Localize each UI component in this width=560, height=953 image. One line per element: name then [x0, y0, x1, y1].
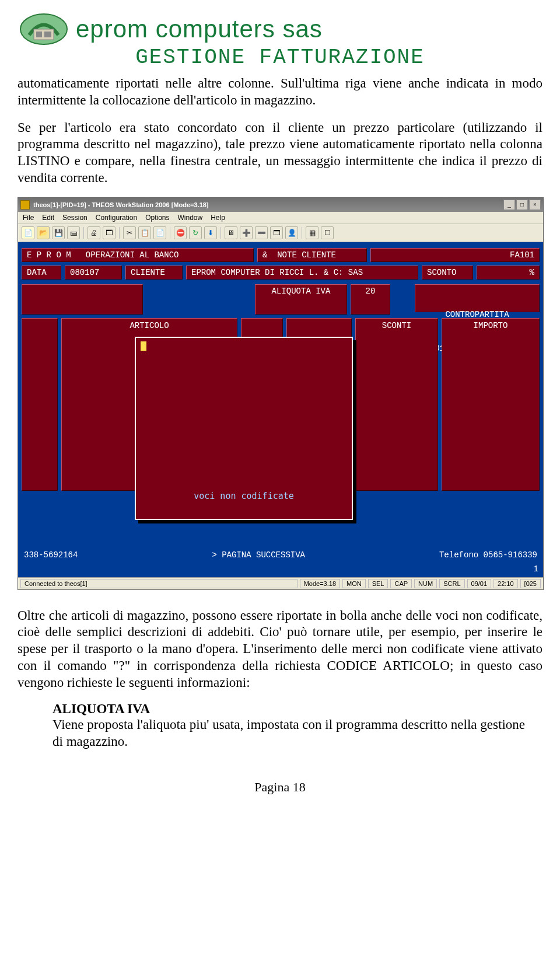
menu-file[interactable]: File	[23, 214, 34, 222]
terminal-footer: 338-5692164 > PAGINA SUCCESSIVA Telefono…	[24, 550, 537, 560]
minus-icon[interactable]: ➖	[255, 226, 268, 239]
plus-icon[interactable]: ➕	[240, 226, 253, 239]
grid-col-importo: IMPORTO	[442, 318, 540, 491]
status-cap: CAP	[390, 579, 412, 588]
disk-icon[interactable]: 🖴	[67, 226, 80, 239]
col-sconti-label: SCONTI	[382, 321, 411, 330]
sconto-label: SCONTO	[422, 266, 473, 280]
open-icon[interactable]: 📂	[37, 226, 50, 239]
menu-window[interactable]: Window	[177, 214, 202, 222]
menu-edit[interactable]: Edit	[42, 214, 54, 222]
footer-right: Telefono 0565-916339	[439, 550, 537, 560]
copy-icon[interactable]: 📋	[138, 226, 151, 239]
statusbar: Connected to theos[1] Mode=3.18 MON SEL …	[18, 577, 543, 589]
status-extra: [025	[520, 579, 541, 588]
data-value: 080107	[65, 266, 122, 280]
menu-session[interactable]: Session	[62, 214, 88, 222]
close-button[interactable]: ×	[529, 200, 541, 210]
window-title: theos[1]-[PID=19] - THEOS WorkStation 20…	[33, 201, 503, 208]
menubar: File Edit Session Configuration Options …	[18, 212, 543, 224]
toolbar: 📄 📂 💾 🖴 🖨 🗔 ✂ 📋 📄 ⛔ ↻ ⬇ 🖥 ➕ ➖ 🗖 👤 ▦ ☐	[18, 224, 543, 242]
popup-voci[interactable]: voci non codificate	[135, 337, 353, 520]
section-aliquota-title: ALIQUOTA IVA	[52, 701, 542, 717]
grid-col-sconti: SCONTI	[355, 318, 438, 491]
preview-icon[interactable]: 🗔	[103, 226, 116, 239]
header-code: FA101	[370, 248, 540, 262]
col-articolo-label: ARTICOLO	[130, 321, 169, 330]
col-importo-label: IMPORTO	[474, 321, 508, 330]
cliente-value: EPROM COMPUTER DI RICCI L. & C: SAS	[186, 266, 418, 280]
status-time: 22:10	[494, 579, 518, 588]
cliente-label: CLIENTE	[125, 266, 183, 280]
footer-left: 338-5692164	[24, 550, 78, 560]
status-mode: Mode=3.18	[300, 579, 340, 588]
blank-box-1	[22, 284, 143, 315]
footer-page-num: 1	[534, 564, 538, 574]
aliquota-label: ALIQUOTA IVA	[255, 284, 347, 315]
minimize-button[interactable]: _	[503, 200, 515, 210]
down-icon[interactable]: ⬇	[204, 226, 217, 239]
status-sel: SEL	[368, 579, 388, 588]
text-cursor	[141, 341, 146, 351]
paste-icon[interactable]: 📄	[153, 226, 166, 239]
status-connection: Connected to theos[1]	[20, 579, 298, 588]
brand-title: eprom computers sas	[76, 15, 323, 43]
header-note: & NOTE CLIENTE	[257, 248, 367, 262]
grid-col-blank1	[22, 318, 58, 491]
contropartita-box: CONTROPARTITA 46601 RICAVI DIVERSI	[415, 284, 540, 312]
titlebar: theos[1]-[PID=19] - THEOS WorkStation 20…	[18, 198, 543, 212]
menu-help[interactable]: Help	[211, 214, 225, 222]
section-aliquota-body: Viene proposta l'aliquota piu' usata, im…	[52, 717, 525, 750]
menu-configuration[interactable]: Configuration	[96, 214, 137, 222]
blank-icon[interactable]: ☐	[321, 226, 334, 239]
app-icon	[20, 200, 30, 210]
status-num: NUM	[414, 579, 437, 588]
paragraph-3: Oltre che articoli di magazzino, possono…	[18, 608, 542, 692]
paragraph-2: Se per l'articolo era stato concordato c…	[18, 120, 542, 187]
new-icon[interactable]: 📄	[22, 226, 34, 239]
user-icon[interactable]: 👤	[285, 226, 298, 239]
terminal-area: E P R O M OPERAZIONI AL BANCO & NOTE CLI…	[18, 242, 543, 577]
maximize-button[interactable]: □	[516, 200, 528, 210]
window-icon[interactable]: 🗖	[270, 226, 283, 239]
theos-window: theos[1]-[PID=19] - THEOS WorkStation 20…	[18, 197, 544, 590]
status-mon: MON	[342, 579, 366, 588]
document-header: eprom computers sas	[18, 12, 542, 47]
data-label: DATA	[22, 266, 61, 280]
sconto-value: %	[477, 266, 540, 280]
eprom-logo	[18, 12, 70, 47]
footer-mid: > PAGINA SUCCESSIVA	[212, 550, 305, 560]
status-date: 09/01	[467, 579, 492, 588]
screen-icon[interactable]: 🖥	[225, 226, 237, 239]
status-scrl: SCRL	[439, 579, 464, 588]
svg-rect-3	[44, 32, 51, 37]
page-footer: Pagina 18	[18, 780, 542, 795]
cut-icon[interactable]: ✂	[123, 226, 136, 239]
header-operazioni: E P R O M OPERAZIONI AL BANCO	[22, 248, 254, 262]
refresh-icon[interactable]: ↻	[189, 226, 202, 239]
svg-rect-2	[36, 32, 42, 37]
aliquota-value: 20	[351, 284, 390, 315]
stop-icon[interactable]: ⛔	[174, 226, 187, 239]
paragraph-1: automaticamente riportati nelle altre co…	[18, 75, 542, 109]
popup-label: voci non codificate	[136, 491, 352, 501]
menu-options[interactable]: Options	[145, 214, 169, 222]
document-subtitle: GESTIONE FATTURAZIONE	[18, 46, 542, 69]
print-icon[interactable]: 🖨	[88, 226, 100, 239]
save-icon[interactable]: 💾	[52, 226, 65, 239]
grid-icon[interactable]: ▦	[306, 226, 318, 239]
